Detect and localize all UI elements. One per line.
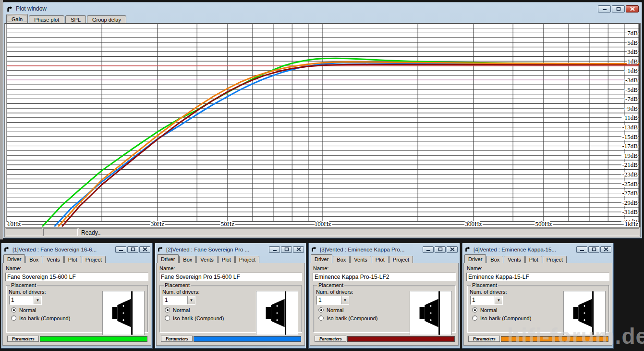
tab-vents[interactable]: Vents [43,256,64,263]
tab-driver[interactable]: Driver [464,254,486,263]
driver-name-input[interactable] [5,273,148,281]
close-button[interactable] [600,246,611,253]
tab-plot[interactable]: Plot [218,256,235,263]
driver-tab-strip: Driver Box Vents Plot Project [463,254,612,263]
parameters-button[interactable]: Parameters [468,336,500,342]
radio-button-icon[interactable] [11,315,16,321]
minimize-button[interactable] [269,246,280,253]
dropdown-arrow-icon[interactable]: ▼ [34,296,41,304]
plot-area: 7dB5dB3dB1dB-1dB-3dB-5dB-7dB-9dB-11dB-13… [4,23,641,227]
svg-text:1kHz: 1kHz [625,220,638,227]
status-panel [43,228,78,236]
tab-project[interactable]: Project [235,256,259,263]
num-drivers-value: 1 [317,296,341,304]
num-drivers-select[interactable]: 1 ▼ [163,296,195,305]
num-drivers-select[interactable]: 1 ▼ [470,296,503,305]
maximize-button[interactable] [435,246,446,253]
tab-box[interactable]: Box [25,256,42,263]
name-label: Name: [313,265,455,271]
radio-button-icon[interactable] [318,315,324,321]
tab-box[interactable]: Box [333,256,350,263]
dropdown-arrow-icon[interactable]: ▼ [495,296,502,304]
driver-placement-diagram [563,291,606,335]
tab-driver[interactable]: Driver [157,254,179,263]
tab-project[interactable]: Project [82,256,106,263]
tab-driver[interactable]: Driver [311,254,332,263]
title-bar[interactable]: Plot window [4,3,641,14]
minimize-button[interactable] [115,246,126,253]
svg-text:-7dB: -7dB [625,95,638,102]
tab-project[interactable]: Project [389,256,413,263]
tab-box[interactable]: Box [179,256,196,263]
title-bar[interactable]: [4]Vented : Eminence Kappa-15... [463,244,612,254]
svg-text:1dB: 1dB [627,58,638,65]
close-button[interactable] [139,246,150,253]
maximize-button[interactable] [612,5,625,13]
maximize-button[interactable] [588,246,599,253]
parameter-color-bar[interactable] [347,336,455,342]
minimize-button[interactable] [576,246,587,253]
radio-normal-label: Normal [173,307,190,313]
parameter-color-bar[interactable] [194,336,301,342]
title-bar[interactable]: [1]Vented : Fane Sovereign 16-6... [2,244,151,254]
driver-name-input[interactable] [466,273,609,281]
driver-placement-diagram [256,291,298,335]
driver-name-input[interactable] [313,273,456,281]
tab-phase-plot[interactable]: Phase plot [29,15,64,23]
svg-text:-19dB: -19dB [622,152,638,159]
maximize-button[interactable] [281,246,292,253]
title-bar[interactable]: [2]Vented : Fane Sovereign Pro ... [156,244,305,254]
tab-box[interactable]: Box [486,256,503,263]
driver-tab-panel: Name: Placement Num. of drivers: 1 ▼ Nor… [310,263,459,346]
dropdown-arrow-icon[interactable]: ▼ [341,296,349,304]
close-button[interactable] [293,246,304,253]
tab-driver[interactable]: Driver [3,254,25,263]
radio-button-icon[interactable] [472,315,477,321]
driver-name-input[interactable] [159,273,302,281]
svg-text:-23dB: -23dB [622,171,638,178]
parameter-color-bar[interactable] [501,336,608,342]
maximize-button[interactable] [127,246,138,253]
title-bar[interactable]: [3]Vented : Eminence Kappa Pro... [310,244,459,254]
parameters-button[interactable]: Parameters [315,336,346,342]
minimize-button[interactable] [423,246,434,253]
close-button[interactable] [447,246,458,253]
minimize-button[interactable] [598,5,611,13]
parameters-button[interactable]: Parameters [161,336,193,342]
tab-vents[interactable]: Vents [350,256,371,263]
radio-button-icon[interactable] [472,307,477,313]
svg-text:-3dB: -3dB [625,76,638,84]
driver-tab-strip: Driver Box Vents Plot Project [2,254,151,263]
driver-window-row: [1]Vented : Fane Sovereign 16-6... Drive… [1,243,614,349]
num-drivers-select[interactable]: 1 ▼ [316,296,349,305]
tab-plot[interactable]: Plot [525,256,542,263]
parameters-row: Parameters [466,336,609,342]
parameters-button[interactable]: Parameters [7,336,39,342]
placement-group: Placement Num. of drivers: 1 ▼ Normal Is… [313,282,455,332]
parameter-color-bar[interactable] [40,336,147,342]
radio-button-icon[interactable] [165,307,170,313]
tab-plot[interactable]: Plot [372,256,389,263]
radio-button-icon[interactable] [165,315,170,321]
radio-button-icon[interactable] [318,307,324,313]
svg-text:-1dB: -1dB [625,67,638,74]
num-drivers-select[interactable]: 1 ▼ [9,296,42,305]
close-button[interactable] [626,5,639,13]
tab-group-delay[interactable]: Group delay [87,15,126,23]
radio-button-icon[interactable] [11,307,16,313]
svg-text:3dB: 3dB [627,48,638,55]
speaker-icon [103,291,144,335]
tab-spl[interactable]: SPL [65,15,86,23]
tab-plot[interactable]: Plot [64,256,81,263]
dropdown-arrow-icon[interactable]: ▼ [187,296,195,304]
placement-group: Placement Num. of drivers: 1 ▼ Normal Is… [467,282,609,332]
tab-vents[interactable]: Vents [504,256,525,263]
svg-text:-29dB: -29dB [622,199,638,206]
tab-gain[interactable]: Gain [6,14,28,23]
winisd-pipe-icon [464,246,472,253]
tab-vents[interactable]: Vents [196,256,218,263]
window-title: Plot window [16,5,598,12]
driver-window: [2]Vented : Fane Sovereign Pro ... Drive… [155,243,306,349]
tab-project[interactable]: Project [543,256,567,263]
driver-tab-panel: Name: Placement Num. of drivers: 1 ▼ Nor… [463,263,612,346]
